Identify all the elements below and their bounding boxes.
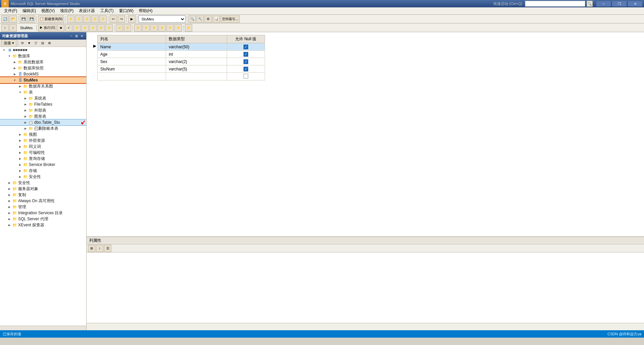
- col-name-2[interactable]: Age: [98, 51, 166, 58]
- toolbar-btn4[interactable]: ⚡: [91, 15, 99, 23]
- toolbar2-btn15[interactable]: ⚡: [166, 24, 174, 32]
- toolbar2-btn10[interactable]: ⚡: [124, 24, 131, 32]
- toolbar2-btn12[interactable]: ⚡: [142, 24, 150, 32]
- tree-item-externaltables[interactable]: ▶ 📁 外部表: [0, 107, 86, 113]
- menu-tabledesigner[interactable]: 表设计器: [76, 8, 98, 14]
- toolbar2-btn4[interactable]: ⚡: [73, 24, 80, 32]
- tree-item-views[interactable]: ▶ 📁 视图: [0, 131, 86, 137]
- menu-file[interactable]: 文件(F): [1, 8, 20, 14]
- tree-item-databases[interactable]: ▼ 📁 数据库: [0, 53, 86, 59]
- tree-item-tables[interactable]: ▼ 📁 表: [0, 89, 86, 95]
- tree-item-alwayson[interactable]: ▶ 📁 Always On 高可用性: [0, 198, 86, 204]
- menu-help[interactable]: 帮助(H): [136, 8, 155, 14]
- toolbar-saveall[interactable]: 💾: [28, 15, 35, 23]
- col-null-3[interactable]: ✓: [227, 58, 265, 65]
- col-null-1[interactable]: ✓: [227, 43, 265, 51]
- quicklaunch-search-btn[interactable]: 🔍: [587, 1, 593, 7]
- toolbar2-btn8[interactable]: ⚡: [105, 24, 113, 32]
- tree-item-agent[interactable]: ▶ 📁 SQL Server 代理: [0, 216, 86, 222]
- oe-connect-btn[interactable]: 连接 ▾: [1, 40, 16, 47]
- props-btn1[interactable]: ⊞: [88, 245, 95, 252]
- oe-float-btn[interactable]: ⊞: [74, 34, 79, 38]
- toolbar-btn6[interactable]: 🔍: [189, 15, 196, 23]
- toolbar-new[interactable]: 🔄: [1, 15, 9, 23]
- toolbar2-btn3[interactable]: ✓: [65, 24, 72, 32]
- col-type-3[interactable]: varchar(2): [166, 58, 227, 65]
- tree-item-server[interactable]: ▼ 🖥 ■■■■■■: [0, 47, 86, 53]
- toolbar-debug[interactable]: ▶: [128, 15, 136, 23]
- toolbar2-btn13[interactable]: ⚡: [150, 24, 158, 32]
- toolbar-btn5[interactable]: ⚡: [99, 15, 107, 23]
- tree-item-querystore[interactable]: ▶ 📁 查询存储: [0, 156, 86, 162]
- toolbar2-btn9[interactable]: ⚡: [116, 24, 123, 32]
- col-type-5[interactable]: [166, 73, 227, 80]
- menu-window[interactable]: 窗口(W): [116, 8, 136, 14]
- table-row[interactable]: StuNum varchar(5) ✓: [98, 65, 265, 73]
- table-row[interactable]: [98, 73, 265, 80]
- toolbar2-btn14[interactable]: ⚡: [158, 24, 166, 32]
- table-row[interactable]: Sex varchar(2) ✓: [98, 58, 265, 65]
- col-type-1[interactable]: varchar(50): [166, 43, 227, 51]
- toolbar-redo[interactable]: ↪: [118, 15, 125, 23]
- col-name-5[interactable]: [98, 73, 166, 80]
- props-btn3[interactable]: ☰: [104, 245, 111, 252]
- col-name-1[interactable]: Name: [98, 43, 166, 51]
- oe-pin-btn[interactable]: ─: [69, 34, 73, 38]
- toolbar-btn3[interactable]: ⚡: [83, 15, 91, 23]
- table-row[interactable]: Name varchar(50) ✓: [98, 43, 265, 51]
- tree-item-sysdbs[interactable]: ▶ 📁 系统数据库: [0, 59, 86, 65]
- toolbar-save[interactable]: 💾: [20, 15, 27, 23]
- col-type-4[interactable]: varchar(5): [166, 65, 227, 73]
- tree-item-security2[interactable]: ▶ 📁 安全性: [0, 174, 86, 180]
- tree-item-filetables[interactable]: ▶ 📁 FileTables: [0, 101, 86, 107]
- execute-btn[interactable]: ▶ 执行(X): [38, 24, 56, 32]
- oe-scrollbar[interactable]: [0, 326, 86, 330]
- menu-tools[interactable]: 工具(T): [98, 8, 116, 14]
- oe-collapse-btn[interactable]: ⊟: [40, 40, 46, 46]
- tree-item-bookms[interactable]: ▶ 🗄 BookMS: [0, 71, 86, 77]
- close-button[interactable]: ✕: [628, 1, 643, 7]
- toolbar-newquery[interactable]: 📋 新建查询(N): [38, 15, 64, 23]
- toolbar-btn7[interactable]: 🔧: [197, 15, 204, 23]
- toolbar2-btn6[interactable]: ⚡: [89, 24, 97, 32]
- toolbar2-btn7[interactable]: ⚡: [97, 24, 105, 32]
- col-null-4[interactable]: ✓: [227, 65, 265, 73]
- menu-project[interactable]: 项目(P): [57, 8, 76, 14]
- toolbar-undo[interactable]: ↩: [110, 15, 117, 23]
- oe-refresh-btn[interactable]: ⟳: [19, 40, 25, 46]
- toolbar-btn9[interactable]: 📊: [213, 15, 220, 23]
- oe-close-btn[interactable]: ✕: [79, 34, 84, 38]
- minimize-button[interactable]: ─: [596, 1, 611, 7]
- tree-item-synonyms[interactable]: ▶ 📁 同义词: [0, 143, 86, 150]
- col-null-5[interactable]: [227, 73, 265, 80]
- oe-filter-btn[interactable]: ▼: [26, 40, 32, 46]
- toolbar2-btn17[interactable]: ⚡: [185, 24, 192, 32]
- props-btn2[interactable]: ↕: [96, 245, 103, 252]
- tree-item-ssis[interactable]: ▶ 📁 Integration Services 目录: [0, 210, 86, 216]
- quicklaunch-input[interactable]: [525, 1, 585, 7]
- tree-item-external[interactable]: ▶ 📁 外部资源: [0, 137, 86, 143]
- tree-item-programmability[interactable]: ▶ 📁 可编程性: [0, 150, 86, 156]
- tree-item-stumes[interactable]: ▼ 🗄 StuMes: [0, 77, 86, 83]
- tree-item-systables[interactable]: ▶ 📁 系统表: [0, 95, 86, 101]
- col-null-2[interactable]: ✓: [227, 51, 265, 58]
- tree-item-management[interactable]: ▶ 📁 管理: [0, 204, 86, 210]
- tree-item-servicebroker[interactable]: ▶ 📁 Service Broker: [0, 162, 86, 168]
- tree-item-replication[interactable]: ▶ 📁 复制: [0, 192, 86, 198]
- toolbar2-btn2[interactable]: ↕: [9, 24, 17, 32]
- toolbar2-btn11[interactable]: ⚡: [134, 24, 142, 32]
- tree-item-diagrams[interactable]: ▶ 📁 数据库关系图: [0, 83, 86, 89]
- restore-button[interactable]: ❐: [612, 1, 627, 7]
- toolbar-btn8[interactable]: ⚙: [205, 15, 212, 23]
- col-type-2[interactable]: int: [166, 51, 227, 58]
- tree-item-snapshots[interactable]: ▶ 📁 数据库快照: [0, 65, 86, 71]
- stop-btn[interactable]: ■: [57, 24, 64, 32]
- toolbar-btn2[interactable]: ⚡: [75, 15, 83, 23]
- tree-item-serverobjects[interactable]: ▶ 📁 服务器对象: [0, 186, 86, 192]
- tree-item-storage[interactable]: ▶ 📁 存储: [0, 168, 86, 174]
- tree-item-security[interactable]: ▶ 📁 安全性: [0, 180, 86, 186]
- tree-item-deleted[interactable]: ▶ 📁 已删除账本表: [0, 125, 86, 131]
- menu-view[interactable]: 视图(V): [39, 8, 57, 14]
- database-dropdown[interactable]: StuMes: [139, 15, 185, 23]
- menu-edit[interactable]: 编辑(E): [20, 8, 39, 14]
